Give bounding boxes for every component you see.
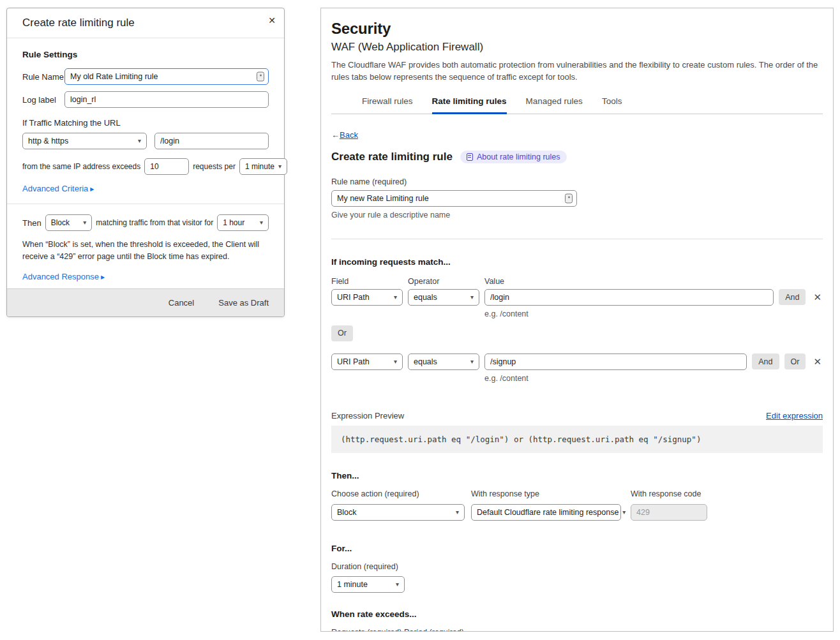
rule-name-label: Rule Name bbox=[22, 72, 64, 82]
modal-body: Rule Settings Rule Name Log label If Tra… bbox=[7, 38, 284, 313]
requests-label: Requests (required) bbox=[331, 628, 404, 632]
section-divider bbox=[331, 239, 823, 239]
chevron-down-icon: ▾ bbox=[260, 220, 263, 226]
expression-preview-label: Expression Preview bbox=[331, 411, 404, 420]
traffic-matching-heading: If Traffic Matching the URL bbox=[22, 118, 269, 128]
block-note: When “Block” is set, when the threshold … bbox=[22, 239, 269, 263]
rule-name-input[interactable] bbox=[64, 68, 269, 85]
or-button[interactable]: Or bbox=[331, 325, 353, 341]
response-type-select[interactable]: Default Cloudflare rate limiting respons… bbox=[471, 504, 621, 521]
operator-column-label: Operator bbox=[408, 277, 484, 286]
page-subtitle: WAF (Web Application Firewall) bbox=[331, 41, 823, 54]
value-column-label: Value bbox=[484, 277, 504, 286]
tab-managed-rules[interactable]: Managed rules bbox=[526, 96, 583, 114]
log-label-label: Log label bbox=[22, 95, 64, 105]
field-column-label: Field bbox=[331, 277, 408, 286]
tab-firewall-rules[interactable]: Firewall rules bbox=[362, 96, 413, 114]
response-type-label: With response type bbox=[471, 489, 621, 498]
field-select[interactable]: URI Path ▾ bbox=[331, 289, 403, 306]
threshold-row: from the same IP address exceeds request… bbox=[22, 158, 269, 175]
triangle-right-icon: ▶ bbox=[90, 186, 94, 192]
rate-exceeds-heading: When rate exceeds... bbox=[331, 609, 823, 619]
and-button[interactable]: And bbox=[779, 289, 806, 305]
remove-condition-icon[interactable]: ✕ bbox=[812, 292, 823, 303]
requests-input[interactable] bbox=[144, 158, 189, 175]
chevron-down-icon: ▾ bbox=[138, 138, 141, 144]
password-manager-icon[interactable] bbox=[565, 193, 573, 203]
rule-name-input[interactable] bbox=[331, 190, 577, 207]
threshold-middle-text: requests per bbox=[193, 162, 236, 171]
condition-row-1: URI Path ▾ equals ▾ And ✕ bbox=[331, 289, 823, 306]
rule-settings-heading: Rule Settings bbox=[22, 50, 269, 59]
chevron-down-icon: ▾ bbox=[470, 294, 474, 301]
operator-select[interactable]: equals ▾ bbox=[408, 353, 479, 370]
ban-duration-select[interactable]: 1 hour ▾ bbox=[217, 214, 269, 231]
chevron-down-icon: ▾ bbox=[622, 509, 626, 516]
duration-label: Duration (required) bbox=[331, 562, 823, 571]
scheme-select[interactable]: http & https ▾ bbox=[22, 133, 147, 149]
chevron-down-icon: ▾ bbox=[470, 359, 474, 365]
condition-row-2: URI Path ▾ equals ▾ And Or ✕ bbox=[331, 353, 823, 370]
edit-expression-link[interactable]: Edit expression bbox=[766, 411, 823, 420]
url-match-row: http & https ▾ bbox=[22, 133, 269, 149]
log-label-input[interactable] bbox=[64, 91, 269, 108]
log-label-row: Log label bbox=[22, 91, 269, 108]
choose-action-label: Choose action (required) bbox=[331, 489, 465, 498]
modal-divider bbox=[7, 204, 284, 204]
period-select[interactable]: 1 minute ▾ bbox=[239, 158, 287, 175]
operator-select[interactable]: equals ▾ bbox=[408, 289, 479, 306]
modal-title: Create rate limiting rule bbox=[22, 17, 135, 29]
chevron-down-icon: ▾ bbox=[278, 163, 281, 170]
chevron-down-icon: ▾ bbox=[394, 359, 397, 365]
save-as-draft-button[interactable]: Save as Draft bbox=[218, 298, 269, 308]
cancel-button[interactable]: Cancel bbox=[169, 298, 194, 308]
create-rate-limiting-rule-modal: Create rate limiting rule ✕ Rule Setting… bbox=[6, 8, 285, 317]
then-heading: Then... bbox=[331, 471, 823, 480]
and-button[interactable]: And bbox=[752, 353, 779, 369]
then-middle-text: matching traffic from that visitor for bbox=[96, 218, 213, 227]
waf-tabs: Firewall rules Rate limiting rules Manag… bbox=[331, 96, 823, 114]
then-row: Then Block ▾ matching traffic from that … bbox=[22, 214, 269, 231]
advanced-criteria-link[interactable]: Advanced Criteria▶ bbox=[22, 184, 94, 193]
response-code-label: With response code bbox=[631, 489, 707, 498]
chevron-down-icon: ▾ bbox=[396, 581, 399, 588]
for-heading: For... bbox=[331, 544, 823, 553]
rule-name-row: Rule Name bbox=[22, 68, 269, 85]
page-title: Security bbox=[331, 20, 823, 38]
modal-footer: Cancel Save as Draft bbox=[7, 288, 284, 316]
action-select[interactable]: Block ▾ bbox=[331, 504, 465, 521]
value-help: e.g. /content bbox=[484, 374, 823, 383]
tab-tools[interactable]: Tools bbox=[602, 96, 622, 114]
page-description: The Cloudflare WAF provides both automat… bbox=[331, 59, 823, 84]
remove-condition-icon[interactable]: ✕ bbox=[812, 356, 823, 368]
advanced-response-link[interactable]: Advanced Response▶ bbox=[22, 272, 105, 281]
value-input[interactable] bbox=[484, 289, 774, 306]
url-input[interactable] bbox=[154, 133, 269, 149]
duration-select[interactable]: 1 minute ▾ bbox=[331, 576, 405, 593]
value-help: e.g. /content bbox=[484, 309, 823, 318]
about-rate-limiting-badge[interactable]: About rate limiting rules bbox=[460, 151, 567, 163]
rule-name-help: Give your rule a descriptive name bbox=[331, 211, 823, 220]
expression-preview-code: (http.request.uri.path eq "/login") or (… bbox=[331, 426, 823, 453]
chevron-down-icon: ▾ bbox=[83, 220, 86, 226]
or-button[interactable]: Or bbox=[784, 353, 806, 369]
field-select[interactable]: URI Path ▾ bbox=[331, 353, 403, 370]
modal-header: Create rate limiting rule ✕ bbox=[7, 8, 284, 38]
back-link[interactable]: ←Back bbox=[331, 130, 358, 140]
triangle-right-icon: ▶ bbox=[101, 274, 105, 280]
action-select[interactable]: Block ▾ bbox=[45, 214, 93, 231]
chevron-down-icon: ▾ bbox=[456, 509, 459, 516]
chevron-down-icon: ▾ bbox=[394, 294, 397, 301]
tab-rate-limiting-rules[interactable]: Rate limiting rules bbox=[432, 96, 507, 114]
value-input[interactable] bbox=[484, 353, 747, 370]
then-label: Then bbox=[22, 218, 41, 228]
threshold-prefix-text: from the same IP address exceeds bbox=[22, 162, 140, 171]
password-manager-icon[interactable] bbox=[257, 72, 264, 82]
rule-name-label: Rule name (required) bbox=[331, 177, 823, 186]
form-title: Create rate limiting rule bbox=[331, 151, 453, 163]
incoming-requests-heading: If incoming requests match... bbox=[331, 257, 823, 267]
response-code-input bbox=[631, 504, 707, 521]
close-icon[interactable]: ✕ bbox=[268, 15, 276, 26]
period-label: Period (required) bbox=[404, 628, 464, 632]
waf-panel: Security WAF (Web Application Firewall) … bbox=[320, 8, 834, 632]
